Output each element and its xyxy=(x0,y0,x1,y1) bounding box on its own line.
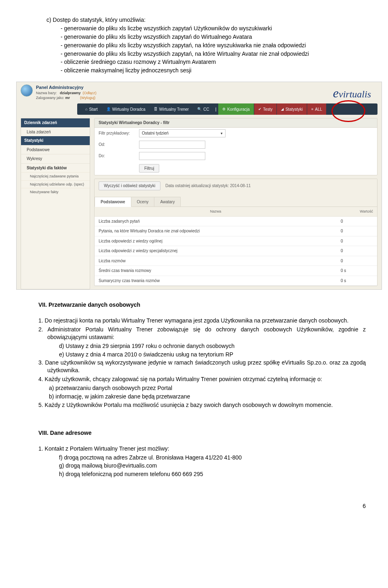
top-nav: ⌂Start 👤Wirtualny Doradca 🗄Wirtualny Tre… xyxy=(77,103,377,115)
sidebar-item-podstawowe[interactable]: Podstawowe xyxy=(21,145,90,154)
table-row: Liczba odpowiedzi z wiedzy ogólnej0 xyxy=(95,236,377,246)
list-icon: ≡ xyxy=(311,107,313,112)
disconnect-link[interactable]: (Odłącz) xyxy=(83,91,97,95)
list-item: 1. Do rejestracji konta na portalu Wirtu… xyxy=(47,317,366,325)
stats-table: Nazwa Wartość Liczba zadanych pytań0 Pyt… xyxy=(95,207,377,286)
dash-item: - obliczenie średniego czasu rozmowy z W… xyxy=(61,58,366,66)
filter-from-input[interactable] xyxy=(139,141,205,149)
nav-trener[interactable]: 🗄Wirtualny Trener xyxy=(150,103,193,115)
table-row: Pytania, na które Wirtualny Doradca nie … xyxy=(95,226,377,236)
nav-cc[interactable]: 🔍CC xyxy=(193,103,213,115)
list-item: 3. Dane użytkowników są wykorzystywane j… xyxy=(47,359,366,374)
col-nazwa: Nazwa xyxy=(95,207,337,216)
table-row: Liczba odpowiedzi z wiedzy specjalistycz… xyxy=(95,246,377,256)
briefcase-icon: 🗄 xyxy=(154,107,158,112)
filter-label-to: Do: xyxy=(99,153,135,159)
col-wartosc: Wartość xyxy=(337,207,377,216)
nav-testy[interactable]: ✔Testy xyxy=(254,103,276,115)
nav-konfiguracja[interactable]: ⚙Konfiguracja xyxy=(218,103,254,115)
page-number: 6 xyxy=(38,502,366,510)
list-item: 1. Kontakt z Portalem Wirtualny Trener j… xyxy=(47,445,366,453)
sub-item: b) informację, w jakim zakresie dane będ… xyxy=(59,393,366,400)
list-item: 2. Administrator Portalu Wirtualny Trene… xyxy=(47,326,366,341)
dash-item: - obliczenie maksymalnej liczby jednocze… xyxy=(61,67,366,74)
dash-item: - generowanie do pliku xls liczby wszyst… xyxy=(61,50,366,58)
section-vii-heading: VII. Przetwarzanie danych osobowych xyxy=(38,301,366,309)
filter-box-heading: Statystyki Wirtualnego Doradcy - filtr xyxy=(95,118,377,128)
chart-icon: ◢ xyxy=(281,107,284,112)
tab-oceny[interactable]: Oceny xyxy=(131,197,155,207)
home-icon: ⌂ xyxy=(85,107,87,112)
filter-label-preset: Filtr przykładowy: xyxy=(99,131,135,136)
chevron-down-icon: ▾ xyxy=(221,131,223,136)
sub-item: g) drogą mailową biuro@evirtualis.com xyxy=(69,462,366,470)
stats-tabs: Podstawowe Oceny Awatary xyxy=(95,197,377,207)
sidebar-sub-nieuzywane[interactable]: Nieużywane fakty xyxy=(21,188,90,196)
stats-box: Wyczyść i odśwież statystyki Data ostatn… xyxy=(94,179,377,286)
sidebar-heading-statystyki: Statystyki xyxy=(21,136,90,145)
list-item: 4. Każdy użytkownik, chcący zalogować si… xyxy=(47,375,366,383)
filter-button[interactable]: Filtruj xyxy=(139,164,159,173)
main-area: Statystyki Wirtualnego Doradcy - filtr F… xyxy=(94,118,377,289)
dash-item: - generowanie do pliku xls liczby wszyst… xyxy=(61,33,366,41)
sidebar-item-lista[interactable]: Lista zdarzeń xyxy=(21,127,90,137)
filter-label-from: Od: xyxy=(99,142,135,148)
sidebar-item-fakty[interactable]: Statystyki dla faktów xyxy=(21,163,90,173)
sidebar-sub-odp[interactable]: Najczęściej udzielane odp. (spec) xyxy=(21,180,90,188)
tab-awatary[interactable]: Awatary xyxy=(154,197,181,207)
sub-item: f) drogą pocztową na adres Zabrze ul. Br… xyxy=(69,454,366,462)
sub-item: e) Ustawy z dnia 4 marca 2010 o świadcze… xyxy=(69,351,366,358)
filter-preset-select[interactable]: Ostatni tydzień▾ xyxy=(139,129,226,137)
admin-panel-screenshot: Panel Administracyjny Nazwa bazy: dzialp… xyxy=(16,82,382,290)
filter-to-input[interactable] xyxy=(139,152,205,160)
dash-item: - generowanie do pliku xls liczby wszyst… xyxy=(61,42,366,49)
section-viii-heading: VIII. Dane adresowe xyxy=(38,429,366,437)
gear-icon: ⚙ xyxy=(222,107,226,112)
table-row: Liczba rozmów0 xyxy=(95,256,377,266)
meta-row: Nazwa bazy: dzialprawny (Odłącz) xyxy=(36,91,97,95)
sidebar-sub-pytania[interactable]: Najczęściej zadawane pytania xyxy=(21,172,90,180)
evirtualis-logo: evirtualis xyxy=(333,84,377,102)
user-icon: 👤 xyxy=(106,107,111,112)
last-update-text: Data ostatniej aktualizacji statystyk: 2… xyxy=(165,183,251,189)
filter-box: Statystyki Wirtualnego Doradcy - filtr F… xyxy=(94,118,377,175)
meta-row: Zalogowany jako: mr (Wyloguj) xyxy=(36,95,97,100)
sub-item: d) Ustawy z dnia 29 sierpnia 1997 roku o… xyxy=(69,342,366,350)
nav-all[interactable]: ≡ALL xyxy=(307,103,326,115)
table-row: Sumaryczny czas trwania rozmów0 s xyxy=(95,276,377,286)
nav-divider: | xyxy=(214,107,218,112)
list-item: 5. Każdy z Użytkowników Portalu ma możli… xyxy=(47,401,366,409)
search-icon: 🔍 xyxy=(197,107,202,112)
panel-title: Panel Administracyjny xyxy=(36,84,97,91)
nav-doradca[interactable]: 👤Wirtualny Doradca xyxy=(102,103,150,115)
table-row: Liczba zadanych pytań0 xyxy=(95,216,377,226)
logout-link[interactable]: (Wyloguj) xyxy=(80,96,95,100)
dash-item: - generowanie do pliku xls liczbę wszyst… xyxy=(61,25,366,32)
nav-start[interactable]: ⌂Start xyxy=(81,103,102,115)
sidebar: Dziennik zdarzeń Lista zdarzeń Statystyk… xyxy=(21,118,90,289)
avatar-icon xyxy=(21,84,33,97)
check-icon: ✔ xyxy=(258,107,261,112)
tab-podstawowe[interactable]: Podstawowe xyxy=(95,197,131,207)
sidebar-item-wykresy[interactable]: Wykresy xyxy=(21,154,90,163)
sub-item: a) przetwarzaniu danych osobowych przez … xyxy=(59,384,366,392)
sidebar-heading-dziennik: Dziennik zdarzeń xyxy=(21,118,90,127)
nav-statystyki[interactable]: ◢Statystyki xyxy=(277,103,307,115)
clear-refresh-button[interactable]: Wyczyść i odśwież statystyki xyxy=(99,181,160,190)
table-row: Średni czas trwania rozmowy0 s xyxy=(95,266,377,276)
list-item-c: c) Dostęp do statystyk, który umożliwia: xyxy=(46,16,366,24)
sub-item: h) drogą telefoniczną pod numerem telefo… xyxy=(69,470,366,478)
